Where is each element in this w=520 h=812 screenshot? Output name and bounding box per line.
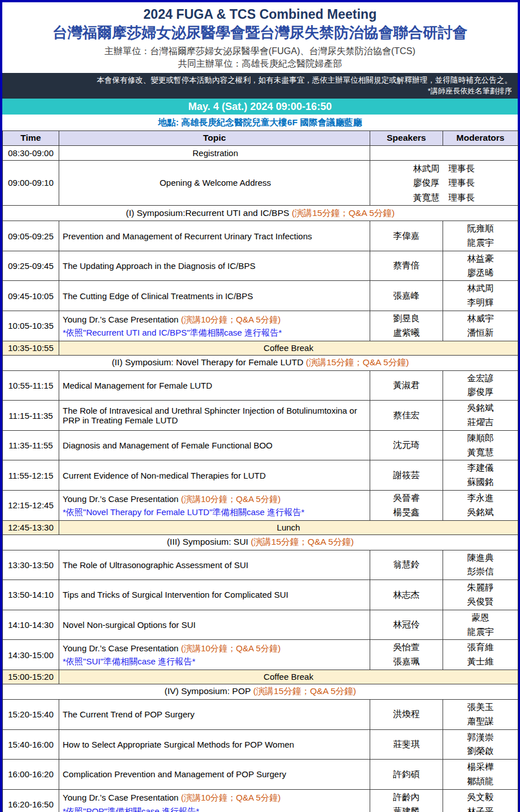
person-name: 許鈞碩 — [372, 768, 441, 782]
section-duration: (演講15分鐘；Q&A 5分鐘) — [251, 537, 354, 546]
person-name: 劉昱良 — [372, 312, 441, 326]
table-row: (IV) Symposium: POP (演講15分鐘；Q&A 5分鐘) — [3, 684, 518, 699]
topic-cell: How to Select Appropriate Surgical Metho… — [59, 729, 370, 760]
table-row: 13:30-13:50The Role of Ultrasonographic … — [3, 550, 518, 580]
moderators-cell: 林威宇潘恒新 — [443, 311, 518, 341]
speakers-cell: 洪煥程 — [370, 699, 443, 729]
person-name: 彭崇信 — [445, 565, 516, 579]
speakers-cell: 蔡青倍 — [370, 251, 443, 281]
section-title: (III) Symposium: SUI — [167, 537, 251, 546]
time-cell: 11:35-11:55 — [3, 430, 59, 460]
moderators-cell: 吳文毅林子平 — [443, 789, 518, 812]
time-cell: 13:30-13:50 — [3, 550, 59, 580]
section-cell: (III) Symposium: SUI (演講15分鐘；Q&A 5分鐘) — [3, 534, 518, 550]
topic-cell: Prevention and Management of Recurrent U… — [59, 221, 370, 251]
person-name: 林武周 — [445, 281, 516, 296]
topic-cell: The Role of Ultrasonographic Assessment … — [59, 550, 370, 580]
moderators-cell: 陳進典彭崇信 — [443, 550, 518, 580]
section-title: (IV) Symposium: POP — [165, 686, 253, 696]
person-name: 黃寬慧 — [445, 446, 516, 460]
person-name: 潘恒新 — [445, 326, 516, 340]
table-row: (II) Symposium: Novel Therapy for Female… — [3, 355, 518, 370]
sort-note: *講師座長依姓名筆劃排序 — [8, 86, 512, 96]
topic-cell: Complication Prevention and Management o… — [59, 760, 370, 790]
person-name: 李建儀 — [445, 461, 516, 475]
young-note: *依照"Recurrent UTI and IC/BPS"準備相關case 進行… — [63, 326, 368, 339]
person-name: 許齡內 — [372, 790, 441, 805]
person-name: 吳文毅 — [445, 790, 516, 805]
person-name: 劉榮啟 — [445, 744, 516, 758]
topic-cell: The Cutting Edge of Clinical Treatments … — [59, 281, 370, 311]
agenda-table: Time Topic Speakers Moderators 08:30-09:… — [2, 130, 518, 812]
moderators-cell: 林益豪廖丞晞 — [443, 251, 518, 281]
time-cell: 09:25-09:45 — [3, 251, 59, 281]
speakers-cell: 張嘉峰 — [370, 281, 443, 311]
topic-cell: Young Dr.’s Case Presentation (演講10分鐘；Q&… — [59, 789, 370, 812]
table-row: 09:00-09:10Opening & Welcome Address林武周 … — [3, 160, 518, 206]
person-name: 沈元琦 — [372, 438, 441, 452]
person-name: 吳銘斌 — [445, 505, 516, 520]
time-cell: 14:30-15:00 — [3, 640, 59, 670]
table-row: 09:45-10:05The Cutting Edge of Clinical … — [3, 281, 518, 311]
person-name: 黃淑君 — [372, 378, 441, 393]
section-duration: (演講15分鐘；Q&A 5分鐘) — [253, 686, 356, 696]
time-cell: 14:10-14:30 — [3, 610, 59, 640]
moderators-cell: 李建儀蘇國銘 — [443, 460, 518, 491]
person-name: 林威宇 — [445, 312, 516, 326]
speakers-cell: 林冠伶 — [370, 610, 443, 640]
table-row: 10:35-10:55Coffee Break — [3, 341, 518, 355]
person-name: 金宏諺 — [445, 372, 516, 386]
person-name: 林武周 理事長 — [372, 161, 516, 176]
person-name: 楊旻鑫 — [372, 505, 441, 520]
person-name: 蕭聖謀 — [445, 715, 516, 729]
young-duration: (演講10分鐘；Q&A 5分鐘) — [181, 315, 281, 324]
moderators-cell: 楊采樺鄒頡龍 — [443, 760, 518, 790]
table-row: 16:00-16:20Complication Prevention and M… — [3, 760, 518, 790]
time-cell: 12:15-12:45 — [3, 491, 59, 521]
section-duration: (演講15分鐘；Q&A 5分鐘) — [306, 357, 409, 367]
table-row: 15:20-15:40The Current Trend of POP Surg… — [3, 699, 518, 729]
table-row: 16:20-16:50Young Dr.’s Case Presentation… — [3, 789, 518, 812]
time-cell: 16:00-16:20 — [3, 760, 59, 790]
person-name: 林冠伶 — [372, 618, 441, 632]
table-row: 12:45-13:30Lunch — [3, 520, 518, 534]
time-cell: 09:45-10:05 — [3, 281, 59, 311]
person-name: 張嘉珮 — [372, 655, 441, 669]
table-row: 08:30-09:00Registration — [3, 145, 518, 160]
agenda-header: Time Topic Speakers Moderators — [3, 130, 518, 145]
moderators-cell: 郭漢崇劉榮啟 — [443, 729, 518, 760]
person-name: 吳怡萱 — [372, 640, 441, 655]
time-cell: 09:00-09:10 — [3, 160, 59, 206]
person-name: 楊采樺 — [445, 760, 516, 774]
moderators-cell: 林武周李明輝 — [443, 281, 518, 311]
person-name: 盧紫曦 — [372, 326, 441, 340]
speakers-cell: 莊斐琪 — [370, 729, 443, 760]
section-duration: (演講15分鐘；Q&A 5分鐘) — [292, 208, 395, 218]
table-row: 09:25-09:45The Updating Approach in the … — [3, 251, 518, 281]
col-header-topic: Topic — [59, 130, 370, 145]
person-name: 黃寬慧 理事長 — [372, 190, 516, 205]
agenda-body: 08:30-09:00Registration09:00-09:10Openin… — [3, 145, 518, 812]
time-cell: 11:55-12:15 — [3, 460, 59, 491]
person-name: 吳銘斌 — [445, 401, 516, 415]
page-header: 2024 FUGA & TCS Combined Meeting 台灣福爾摩莎婦… — [2, 2, 518, 73]
table-row: 12:15-12:45Young Dr.’s Case Presentation… — [3, 491, 518, 521]
topic-cell: Novel Non-surgical Options for SUI — [59, 610, 370, 640]
organizer-line: 主辦單位：台灣福爾摩莎婦女泌尿醫學會(FUGA)、台灣尿失禁防治協會(TCS) — [5, 44, 515, 58]
topic-cell: Young Dr.’s Case Presentation (演講10分鐘；Q&… — [59, 640, 370, 670]
person-name: 龍震宇 — [445, 236, 516, 250]
person-name: 莊斐琪 — [372, 737, 441, 752]
topic-cell: Current Evidence of Non-medical Therapie… — [59, 460, 370, 491]
table-row: 15:40-16:00How to Select Appropriate Sur… — [3, 729, 518, 760]
topic-cell: Opening & Welcome Address — [59, 160, 370, 206]
young-duration: (演講10分鐘；Q&A 5分鐘) — [181, 643, 281, 653]
col-header-time: Time — [3, 130, 59, 145]
table-row: 09:05-09:25Prevention and Management of … — [3, 221, 518, 251]
young-note: *依照"Novel Therapy for Female LUTD"準備相關ca… — [63, 505, 368, 519]
person-name: 謝筱芸 — [372, 468, 441, 483]
section-cell: (IV) Symposium: POP (演講15分鐘；Q&A 5分鐘) — [3, 684, 518, 699]
young-title-line: Young Dr.’s Case Presentation (演講10分鐘；Q&… — [63, 492, 368, 505]
young-title-line: Young Dr.’s Case Presentation (演講10分鐘；Q&… — [63, 313, 368, 326]
speakers-cell: 劉昱良盧紫曦 — [370, 311, 443, 341]
location-line: 地點: 高雄長庚紀念醫院兒童大樓6F 國際會議廳藍廳 — [2, 115, 518, 130]
